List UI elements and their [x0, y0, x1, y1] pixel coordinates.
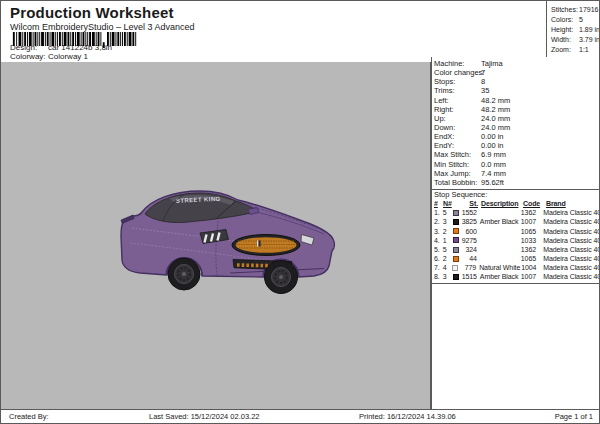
stitch-count: 44 [461, 254, 477, 263]
thread-description: Amber Black [480, 272, 519, 281]
machine-info-row: EndY: 0.00 in [434, 141, 600, 150]
printed-timestamp: Printed: 16/12/2024 14.39.06 [359, 412, 456, 421]
needle-number: 2 [443, 254, 453, 263]
machine-info-label: Min Stitch: [434, 160, 481, 169]
machine-info-label: Max Jump: [434, 169, 481, 178]
needle-number: 3 [443, 217, 453, 226]
col-header-stitches: St. [462, 199, 478, 208]
stats-row: Zoom: 1:1 [551, 45, 600, 55]
machine-info-label: EndX: [434, 132, 481, 141]
col-header-brand: Brand [546, 199, 600, 208]
machine-info-label: Down: [434, 123, 481, 132]
design-canvas: STREET KING [1, 62, 431, 412]
last-saved-timestamp: Last Saved: 15/12/2024 02.03.22 [149, 412, 260, 421]
colorway-row: Colorway: Colorway 1 [10, 52, 112, 61]
swatch-cell [453, 217, 462, 226]
machine-info-value: 24.0 mm [481, 123, 510, 132]
stop-number: 3. [434, 227, 443, 236]
stop-sequence-section: Stop Sequence: # N# St. Description Code… [432, 189, 600, 284]
machine-info-row: Max Stitch: 6.9 mm [434, 150, 600, 159]
thread-color-swatch [453, 219, 459, 225]
col-header-num: # [434, 199, 443, 208]
stop-sequence-row: 7. 4 779 Natural White 1004 Madeira Clas… [434, 263, 600, 272]
thread-brand: Madeira Classic 40 [543, 227, 600, 236]
thread-description: Amber Black [480, 217, 519, 226]
thread-code: 1065 [521, 227, 541, 236]
thread-description [480, 254, 519, 263]
thread-description: Natural White [479, 263, 519, 272]
needle-number: 3 [443, 272, 453, 281]
stop-number: 7. [434, 263, 443, 272]
machine-info-row: Stops: 8 [434, 77, 600, 86]
stats-box: Stitches: 17916 Colors: 5 Height: 1.89 i… [546, 1, 600, 58]
software-subtitle: Wilcom EmbroideryStudio – Level 3 Advanc… [10, 22, 195, 32]
production-worksheet-page: Production Worksheet Wilcom EmbroiderySt… [0, 0, 600, 424]
front-wheel [265, 261, 298, 294]
thread-brand: Madeira Classic 40 [543, 272, 600, 281]
stitch-count: 1552 [461, 208, 477, 217]
page-number: Page 1 of 1 [555, 412, 593, 421]
machine-info-value: 95.62ft [481, 178, 504, 187]
thread-color-swatch [453, 237, 459, 243]
stop-sequence-row: 1. 5 1552 1362 Madeira Classic 40 [434, 208, 600, 217]
stitch-count: 324 [461, 245, 477, 254]
swatch-cell [453, 245, 462, 254]
design-label: Design: [10, 43, 48, 52]
machine-info-value: 7 [481, 68, 485, 77]
machine-info-value: 0.00 in [481, 132, 504, 141]
stitch-count: 9275 [461, 236, 477, 245]
stats-label: Width: [551, 35, 579, 45]
colorway-name: Colorway 1 [48, 52, 88, 61]
machine-info-row: Right: 48.2 mm [434, 105, 600, 114]
machine-info-row: Up: 24.0 mm [434, 114, 600, 123]
machine-info-row: Down: 24.0 mm [434, 123, 600, 132]
col-header-description: Description [481, 199, 521, 208]
stats-label: Stitches: [551, 5, 579, 15]
machine-info-value: 48.2 mm [481, 96, 510, 105]
thread-color-swatch [453, 247, 459, 253]
stats-row: Height: 1.89 in [551, 25, 600, 35]
thread-description [480, 236, 519, 245]
thread-code: 1004 [521, 263, 541, 272]
stop-sequence-row: 2. 3 3825 Amber Black 1007 Madeira Class… [434, 217, 600, 226]
grille-badge-highlight [257, 241, 258, 247]
thread-code: 1007 [521, 272, 541, 281]
needle-number: 1 [443, 236, 453, 245]
stats-label: Zoom: [551, 45, 579, 55]
stop-number: 6. [434, 254, 443, 263]
stop-number: 2. [434, 217, 443, 226]
thread-code: 1007 [521, 217, 541, 226]
stitch-count: 3825 [461, 217, 477, 226]
stitch-count: 779 [461, 263, 476, 272]
col-header-code: Code [523, 199, 544, 208]
thread-description [480, 245, 519, 254]
machine-info-label: Right: [434, 105, 481, 114]
design-name: car 141224b 3,8in [48, 43, 112, 52]
thread-brand: Madeira Classic 40 [543, 245, 600, 254]
machine-info-label: Stops: [434, 77, 481, 86]
machine-info-value: 0.00 in [481, 141, 504, 150]
thread-brand: Madeira Classic 40 [543, 236, 600, 245]
stop-number: 8. [434, 272, 443, 281]
machine-info-value: 35 [481, 86, 489, 95]
machine-info-label: Up: [434, 114, 481, 123]
stats-row: Colors: 5 [551, 15, 600, 25]
machine-info-label: Machine: [434, 59, 481, 68]
machine-info-value: 6.9 mm [481, 150, 506, 159]
page-title: Production Worksheet [10, 4, 174, 21]
stats-value: 5 [579, 15, 583, 25]
thread-color-swatch [453, 256, 459, 262]
machine-info-label: Left: [434, 96, 481, 105]
stats-value: 3.79 in [579, 35, 600, 45]
rear-wheel [168, 258, 200, 290]
needle-number: 5 [443, 245, 453, 254]
stop-sequence-row: 4. 1 9275 1033 Madeira Classic 40 [434, 236, 600, 245]
footer: Created By: Last Saved: 15/12/2024 02.03… [1, 409, 599, 423]
design-meta: Design: car 141224b 3,8in Colorway: Colo… [10, 43, 112, 61]
swatch-cell [453, 254, 462, 263]
stop-sequence-row: 3. 2 600 1065 Madeira Classic 40 [434, 227, 600, 236]
thread-brand: Madeira Classic 40 [543, 208, 600, 217]
machine-info-value: 24.0 mm [481, 114, 510, 123]
thread-color-swatch [452, 265, 458, 271]
thread-code: 1362 [521, 245, 541, 254]
